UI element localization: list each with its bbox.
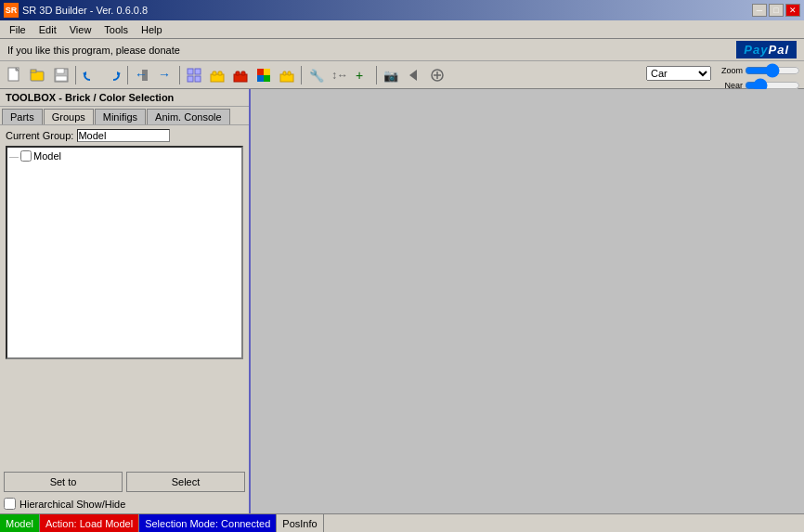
group-tree[interactable]: — Model [6,146,243,359]
svg-rect-16 [195,76,201,82]
svg-rect-22 [241,71,245,75]
donate-text: If you like this program, please donate [7,45,180,56]
undo-button[interactable] [79,64,101,86]
menu-view[interactable]: View [64,22,97,37]
set-to-button[interactable]: Set to [4,472,123,492]
status-bar: Model Action: Load Model Selection Mode:… [0,513,804,532]
menu-file[interactable]: File [4,22,32,37]
multicolor-button[interactable] [253,64,275,86]
svg-rect-25 [257,75,264,82]
svg-rect-15 [188,76,193,82]
svg-rect-21 [236,71,240,75]
menu-help[interactable]: Help [136,22,168,37]
current-group-row: Current Group: [6,129,243,142]
svg-rect-27 [280,74,293,82]
hierarchical-checkbox[interactable] [4,498,16,510]
arrows-button[interactable]: ↕↔ [328,64,350,86]
svg-marker-34 [409,70,417,81]
toolbar: ← → [0,61,804,89]
new-button[interactable] [4,64,26,86]
brick-red-button[interactable] [229,64,252,86]
minimize-button[interactable]: ─ [752,4,767,17]
toolbox-tabs: Parts Groups Minifigs Anim. Console [0,107,249,125]
separator-4 [301,66,302,84]
svg-rect-19 [218,71,222,75]
toolbox-header: TOOLBOX - Brick / Color Selection [0,89,249,107]
zoom-slider[interactable] [745,63,800,78]
car-select[interactable]: Car [646,66,711,81]
separator-1 [75,66,76,84]
close-button[interactable]: ✕ [785,4,800,17]
view-left-button[interactable] [403,64,425,86]
svg-rect-18 [213,71,216,75]
main-layout: TOOLBOX - Brick / Color Selection Parts … [0,89,804,513]
tab-groups[interactable]: Groups [44,109,94,124]
status-action: Action: Load Model [40,514,139,532]
svg-text:+: + [356,68,363,83]
svg-rect-6 [56,76,67,81]
menu-bar: File Edit View Tools Help [0,20,804,39]
toolbox-panel: TOOLBOX - Brick / Color Selection Parts … [0,89,251,513]
window-title: SR 3D Builder - Ver. 0.6.0.8 [22,5,148,16]
tree-checkbox-model[interactable] [20,150,32,162]
status-posinfo: PosInfo [277,514,323,532]
svg-rect-23 [257,69,264,75]
maximize-button[interactable]: □ [769,4,784,17]
svg-rect-14 [195,69,201,74]
canvas-area[interactable] [251,89,804,513]
svg-rect-5 [57,69,64,73]
menu-edit[interactable]: Edit [33,22,62,37]
camera-button[interactable]: 📷 [380,64,402,86]
separator-2 [127,66,128,84]
svg-text:🔧: 🔧 [309,68,324,84]
grid-button[interactable] [183,64,205,86]
separator-5 [376,66,377,84]
zoom-label: Zoom [717,66,743,75]
hierarchical-label: Hierarchical Show/Hide [19,499,125,510]
tree-item-model: — Model [9,149,240,162]
brick-yellow2-button[interactable] [276,64,298,86]
hierarchical-row: Hierarchical Show/Hide [0,498,249,513]
tree-connector: — [9,151,19,162]
brick-yellow-button[interactable] [206,64,228,86]
toolbox-content: Current Group: — Model [0,125,249,466]
donate-bar: If you like this program, please donate … [0,39,804,61]
status-selection: Selection Mode: Connected [139,514,277,532]
current-group-label: Current Group: [6,130,73,141]
svg-text:→: → [158,67,171,82]
svg-rect-24 [264,69,270,75]
svg-text:←: ← [135,67,148,82]
svg-rect-28 [283,71,286,75]
status-model: Model [0,514,40,532]
add-button[interactable]: + [351,64,373,86]
app-icon: SR [4,3,19,18]
svg-rect-29 [288,71,291,75]
save-button[interactable] [50,64,72,86]
toolbox-buttons: Set to Select [0,466,249,498]
tab-anim-console[interactable]: Anim. Console [147,109,230,124]
svg-text:↕↔: ↕↔ [331,69,347,82]
move-right-button[interactable]: → [154,64,176,86]
svg-rect-13 [188,69,193,74]
svg-text:📷: 📷 [383,68,399,84]
select-button[interactable]: Select [126,472,245,492]
separator-3 [179,66,180,84]
current-group-input[interactable] [77,129,170,142]
tab-parts[interactable]: Parts [2,109,43,124]
wrench-button[interactable]: 🔧 [305,64,327,86]
tab-minifigs[interactable]: Minifigs [95,109,146,124]
paypal-logo[interactable]: PayPal [736,41,797,58]
tree-label-model: Model [33,150,61,162]
redo-button[interactable] [102,64,124,86]
svg-rect-3 [31,70,36,72]
menu-tools[interactable]: Tools [98,22,134,37]
car-dropdown[interactable]: Car [646,66,711,81]
open-button[interactable] [27,64,49,86]
svg-rect-26 [264,75,270,82]
view-plus-button[interactable] [426,64,448,86]
move-left-button[interactable]: ← [131,64,153,86]
title-bar: SR SR 3D Builder - Ver. 0.6.0.8 ─ □ ✕ [0,0,804,20]
